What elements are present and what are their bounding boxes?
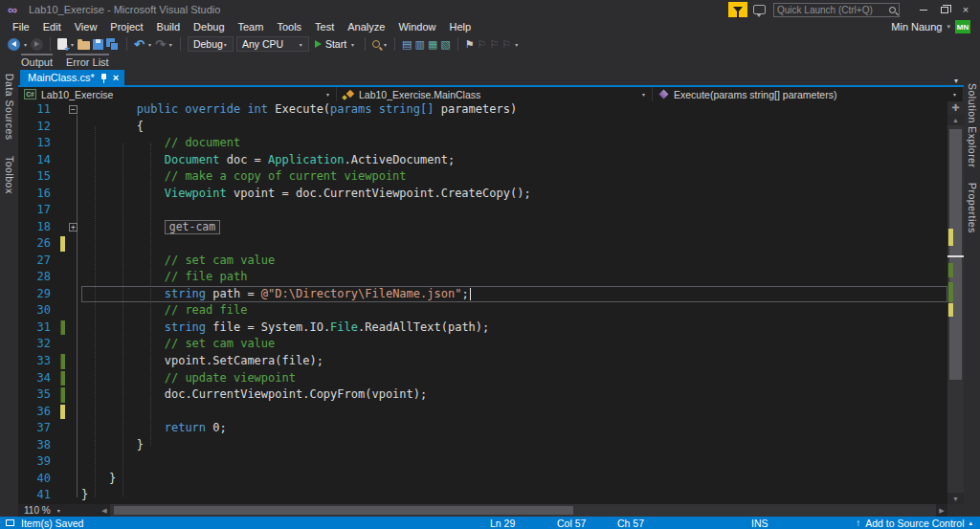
scroll-up-icon[interactable]: ▲ <box>947 114 964 125</box>
code-line[interactable]: 11− public override int Execute(params s… <box>18 101 947 119</box>
code-line[interactable]: 12 { <box>18 119 947 136</box>
menu-item-window[interactable]: Window <box>391 21 442 33</box>
horizontal-scrollbar[interactable] <box>110 504 936 517</box>
code-line[interactable]: 34 // update viewpoint <box>18 370 947 387</box>
word-completion-icon[interactable]: ▧ <box>440 38 450 51</box>
quick-launch-input[interactable] <box>777 5 889 15</box>
code-text[interactable]: // set cam value <box>81 336 947 353</box>
code-line[interactable]: 41} <box>18 487 947 504</box>
code-line[interactable]: 37 return 0; <box>18 420 947 437</box>
code-text[interactable]: { <box>81 119 947 136</box>
toolbar-overflow-icon[interactable]: ▾ <box>383 41 388 48</box>
navigate-backward-dropdown-icon[interactable]: ▾ <box>23 41 28 48</box>
line-number[interactable]: 26 <box>18 235 60 253</box>
line-number[interactable]: 14 <box>18 152 60 169</box>
code-text[interactable]: vpoint.SetCamera(file); <box>81 353 947 370</box>
code-text[interactable] <box>81 235 947 253</box>
code-line[interactable]: 36 <box>18 404 947 421</box>
scroll-down-icon[interactable]: ▼ <box>947 493 964 504</box>
code-line[interactable]: 15 // make a copy of current viewpoint <box>18 168 947 186</box>
code-line[interactable]: 13 // document <box>18 135 947 152</box>
open-file-icon[interactable] <box>78 41 90 50</box>
code-line[interactable]: 31 string file = System.IO.File.ReadAllT… <box>18 320 947 337</box>
collapsed-region[interactable]: get-cam <box>165 220 220 234</box>
code-line[interactable]: 40 } <box>18 471 947 488</box>
code-text[interactable]: get-cam <box>81 219 947 236</box>
menu-item-file[interactable]: File <box>6 21 36 33</box>
line-number[interactable]: 32 <box>18 336 60 353</box>
line-number[interactable]: 37 <box>18 420 60 437</box>
code-text[interactable]: // document <box>81 135 947 152</box>
line-number[interactable]: 33 <box>18 353 60 370</box>
solution-configuration-select[interactable]: Debug▾ <box>188 36 234 52</box>
line-number[interactable]: 13 <box>18 135 60 152</box>
code-text[interactable]: Document doc = Application.ActiveDocumen… <box>81 152 947 169</box>
line-number[interactable]: 16 <box>18 186 60 203</box>
parameter-info-icon[interactable]: ▥ <box>415 38 425 51</box>
quick-info-icon[interactable]: ▦ <box>428 38 437 51</box>
code-line[interactable]: 16 Viewpoint vpoint = doc.CurrentViewpoi… <box>18 186 947 203</box>
line-number[interactable]: 41 <box>18 487 60 504</box>
code-text[interactable]: return 0; <box>81 420 947 437</box>
undo-dropdown-icon[interactable]: ▾ <box>147 41 152 48</box>
menu-item-team[interactable]: Team <box>232 21 271 33</box>
code-line[interactable]: 39 <box>18 453 947 471</box>
code-text[interactable]: public override int Execute(params strin… <box>81 101 947 119</box>
find-in-files-icon[interactable] <box>372 40 380 48</box>
code-text[interactable]: } <box>81 437 947 454</box>
code-text[interactable]: // make a copy of current viewpoint <box>81 168 947 186</box>
code-line[interactable]: 14 Document doc = Application.ActiveDocu… <box>18 152 947 169</box>
code-line[interactable]: 35 doc.CurrentViewpoint.CopyFrom(vpoint)… <box>18 386 947 404</box>
project-dropdown[interactable]: C# Lab10_Exercise ▾ <box>18 87 337 101</box>
line-number[interactable]: 38 <box>18 437 60 454</box>
code-line[interactable]: 26 <box>18 235 947 253</box>
scroll-left-icon[interactable]: ◀ <box>99 507 110 515</box>
line-number[interactable]: 27 <box>18 253 60 270</box>
line-number[interactable]: 11 <box>18 101 60 119</box>
code-text[interactable] <box>81 202 947 219</box>
code-line[interactable]: 33 vpoint.SetCamera(file); <box>18 353 947 370</box>
menu-item-help[interactable]: Help <box>443 21 479 33</box>
menu-item-test[interactable]: Test <box>308 21 341 33</box>
new-file-icon[interactable] <box>57 38 67 50</box>
scrollbar-thumb[interactable] <box>949 129 962 380</box>
code-line[interactable]: 38 } <box>18 437 947 454</box>
code-line[interactable]: 18+ get-cam <box>18 219 947 236</box>
line-number[interactable]: 34 <box>18 370 60 387</box>
menu-item-edit[interactable]: Edit <box>36 21 68 33</box>
code-text[interactable]: Viewpoint vpoint = doc.CurrentViewpoint.… <box>81 186 947 203</box>
menu-item-analyze[interactable]: Analyze <box>341 21 391 33</box>
line-number[interactable]: 31 <box>18 320 60 337</box>
code-area[interactable]: 11− public override int Execute(params s… <box>18 101 947 504</box>
code-text[interactable] <box>81 453 947 471</box>
line-number[interactable]: 29 <box>18 286 60 303</box>
code-text[interactable]: string file = System.IO.File.ReadAllText… <box>81 320 947 337</box>
line-number[interactable]: 18 <box>18 219 60 236</box>
code-line[interactable]: 28 // file path <box>18 269 947 286</box>
menu-item-debug[interactable]: Debug <box>187 21 231 33</box>
code-text[interactable]: string path = @"D:\Directory\FileName.js… <box>81 286 947 303</box>
close-icon[interactable]: × <box>113 73 119 83</box>
code-text[interactable]: // read file <box>81 302 947 320</box>
navigate-backward-icon[interactable] <box>8 38 20 51</box>
line-number[interactable]: 17 <box>18 202 60 219</box>
line-number[interactable]: 12 <box>18 119 60 136</box>
member-list-icon[interactable]: ▤ <box>402 38 412 51</box>
vertical-scrollbar[interactable]: ✚ ▲ ▼ <box>947 101 964 504</box>
tab-solution-explorer[interactable]: Solution Explorer <box>967 83 978 167</box>
close-button[interactable]: × <box>955 2 976 17</box>
code-line[interactable]: 27 // set cam value <box>18 253 947 270</box>
line-number[interactable]: 28 <box>18 269 60 286</box>
notifications-icon[interactable] <box>728 2 747 17</box>
pin-icon[interactable] <box>100 73 107 83</box>
add-to-source-control-button[interactable]: ↑ Add to Source Control ▴ <box>856 518 980 529</box>
save-all-icon[interactable] <box>106 38 120 51</box>
code-text[interactable]: // file path <box>81 269 947 286</box>
line-number[interactable]: 39 <box>18 453 60 471</box>
new-file-dropdown-icon[interactable]: ▾ <box>70 41 75 48</box>
code-text[interactable]: } <box>81 487 947 504</box>
tab-mainclass-cs[interactable]: MainClass.cs* × <box>20 70 124 85</box>
code-text[interactable]: // update viewpoint <box>81 370 947 387</box>
save-icon[interactable] <box>93 39 103 50</box>
code-line[interactable]: 29 string path = @"D:\Directory\FileName… <box>18 286 947 303</box>
